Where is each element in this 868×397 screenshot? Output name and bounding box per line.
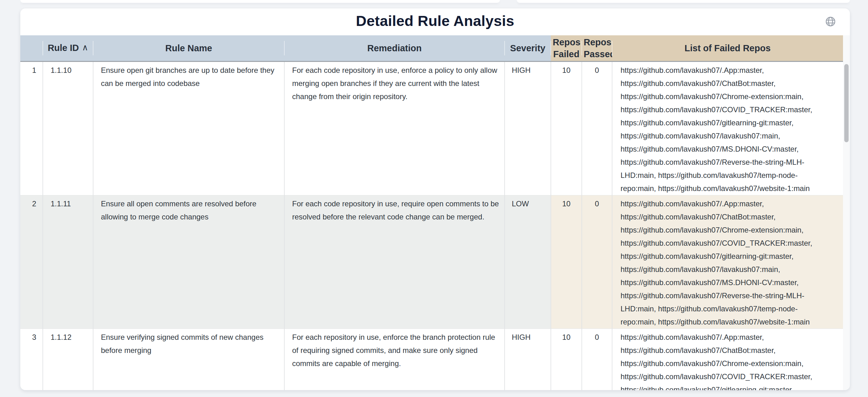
table-row: 2 1.1.11 Ensure all open comments are re… — [20, 195, 843, 329]
cell-repos-passed: 0 — [582, 195, 612, 329]
upper-left-card-edge — [20, 0, 500, 3]
sort-ascending-icon[interactable]: ∧ — [82, 43, 88, 52]
page-title: Detailed Rule Analysis — [20, 12, 850, 29]
cell-rule-name: Ensure verifying signed commits of new c… — [93, 329, 284, 390]
column-header-failed-repos-list[interactable]: List of Failed Repos — [612, 35, 843, 61]
header-row: Rule ID∧ Rule Name Remediation Severity … — [20, 35, 843, 61]
cell-severity: HIGH — [505, 329, 551, 390]
column-header-repos-passed[interactable]: Repos Passed — [582, 35, 612, 61]
cell-failed-repos-list: https://github.com/lavakush07/.App:maste… — [612, 195, 843, 329]
column-header-rule-id-label: Rule ID — [48, 43, 79, 53]
row-index: 2 — [20, 195, 43, 329]
scrollbar-thumb[interactable] — [844, 64, 849, 142]
cell-remediation: For each code repository in use, enforce… — [284, 61, 505, 195]
column-header-index[interactable] — [20, 35, 43, 61]
cell-rule-id: 1.1.12 — [43, 329, 93, 390]
detailed-rule-analysis-card: Detailed Rule Analysis Rule ID∧ Rule Nam… — [20, 8, 850, 390]
cell-repos-failed: 10 — [551, 61, 582, 195]
globe-icon[interactable] — [825, 16, 836, 27]
column-header-severity[interactable]: Severity — [505, 35, 551, 61]
cell-rule-id: 1.1.10 — [43, 61, 93, 195]
rule-analysis-table: Rule ID∧ Rule Name Remediation Severity … — [20, 35, 843, 390]
vertical-scrollbar[interactable] — [843, 35, 850, 390]
cell-severity: HIGH — [505, 61, 551, 195]
cell-rule-id: 1.1.11 — [43, 195, 93, 329]
column-header-repos-failed[interactable]: Repos Failed — [551, 35, 582, 61]
cell-rule-name: Ensure all open comments are resolved be… — [93, 195, 284, 329]
row-index: 3 — [20, 329, 43, 390]
cell-failed-repos-list: https://github.com/lavakush07/.App:maste… — [612, 61, 843, 195]
table-row: 1 1.1.10 Ensure open git branches are up… — [20, 61, 843, 195]
cell-repos-passed: 0 — [582, 329, 612, 390]
cell-severity: LOW — [505, 195, 551, 329]
cell-remediation: For each code repository in use, require… — [284, 195, 505, 329]
column-header-remediation[interactable]: Remediation — [284, 35, 505, 61]
table-row: 3 1.1.12 Ensure verifying signed commits… — [20, 329, 843, 390]
column-header-rule-id[interactable]: Rule ID∧ — [43, 35, 93, 61]
cell-repos-passed: 0 — [582, 61, 612, 195]
cell-remediation: For each repository in use, enforce the … — [284, 329, 505, 390]
cell-failed-repos-list: https://github.com/lavakush07/.App:maste… — [612, 329, 843, 390]
row-index: 1 — [20, 61, 43, 195]
upper-right-card-edge — [517, 0, 850, 3]
cell-rule-name: Ensure open git branches are up to date … — [93, 61, 284, 195]
column-header-rule-name[interactable]: Rule Name — [93, 35, 284, 61]
cell-repos-failed: 10 — [551, 195, 582, 329]
cell-repos-failed: 10 — [551, 329, 582, 390]
